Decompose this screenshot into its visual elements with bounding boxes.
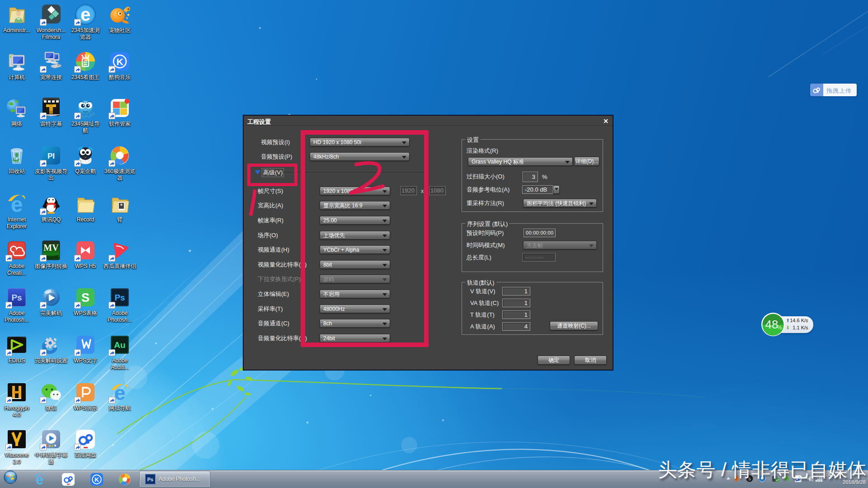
svg-text:Ps: Ps: [11, 293, 22, 302]
svg-text:%: %: [777, 324, 782, 331]
svg-text:Au: Au: [114, 340, 125, 350]
svg-text:Ps: Ps: [147, 477, 153, 482]
svg-text:MV: MV: [43, 243, 59, 253]
svg-text:48: 48: [765, 318, 778, 331]
svg-text:S: S: [81, 291, 90, 305]
svg-text:e: e: [11, 193, 23, 215]
svg-text:Ps: Ps: [114, 293, 125, 302]
svg-text:K: K: [116, 56, 123, 67]
svg-text:PI: PI: [47, 152, 55, 160]
svg-text:e: e: [80, 5, 90, 24]
svg-text:K: K: [94, 476, 99, 483]
